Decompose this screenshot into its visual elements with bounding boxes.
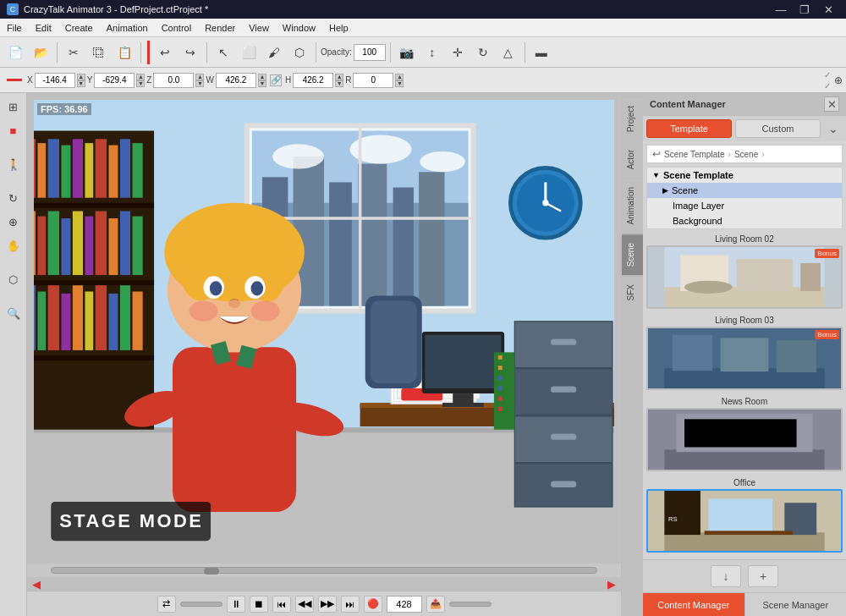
h-up[interactable]: ▲ [335,74,343,80]
z-input[interactable] [153,73,194,88]
cm-item-img-office[interactable]: RS [646,489,843,553]
cm-item-living-room-03[interactable]: Living Room 03 Bonus [646,314,843,390]
opacity-input[interactable] [354,44,386,61]
menu-window[interactable]: Window [276,20,322,36]
frame-counter[interactable] [387,596,422,613]
menu-control[interactable]: Control [155,20,198,36]
tree-item-scene-template[interactable]: ▼ Scene Template [647,168,842,183]
undo-btn[interactable]: ↩ [153,41,177,64]
tree-item-image-layer[interactable]: Image Layer [647,198,842,213]
move3d-btn[interactable]: ↕ [420,41,444,64]
tab-template[interactable]: Template [646,119,732,138]
loop-btn[interactable]: ⇄ [157,596,176,613]
cm-item-img-living03[interactable]: Bonus [646,327,843,390]
x-down[interactable]: ▼ [77,80,85,87]
scale-btn[interactable]: △ [497,41,520,64]
open-btn[interactable]: 📂 [29,41,52,64]
cm-add-btn[interactable]: + [748,565,778,587]
next-frame-btn[interactable]: ⏭ [341,596,360,613]
transform-btn[interactable]: ✛ [446,41,470,64]
x-up[interactable]: ▲ [77,74,85,80]
stop-btn[interactable]: ⏹ [250,596,268,613]
copy-btn[interactable]: ⿻ [87,41,111,64]
w-spinners[interactable]: ▲▼ [258,74,266,87]
vtab-actor[interactable]: Actor [622,140,643,178]
rotate-btn[interactable]: ↻ [471,41,495,64]
bottom-tab-content-manager[interactable]: Content Manager [643,593,745,616]
cm-item-office[interactable]: Office RS [646,476,843,553]
extra-btn[interactable]: ▬ [530,41,553,64]
tool-select[interactable]: ⊞ [3,96,24,117]
bc-scene[interactable]: Scene [734,150,758,159]
y-spinners[interactable]: ▲▼ [136,74,145,87]
window-controls[interactable]: — ❐ ✕ [770,0,839,19]
export-btn[interactable]: 📤 [426,596,445,613]
tool-anchor[interactable]: ⊕ [3,212,24,232]
cm-item-img-living02[interactable]: Bonus [646,245,843,309]
vtab-project[interactable]: Project [622,96,643,140]
record-btn[interactable]: 🔴 [364,596,382,613]
move-btn[interactable]: ⬜ [237,41,261,64]
lock-aspect-btn[interactable]: 🔗 [270,74,282,86]
volume-slider[interactable] [449,602,492,607]
vtab-scene[interactable]: Scene [622,234,643,275]
cut-btn[interactable]: ✂ [62,41,85,64]
menu-file[interactable]: File [0,20,29,36]
menu-animation[interactable]: Animation [100,20,155,36]
menu-edit[interactable]: Edit [29,20,58,36]
tree-item-scene[interactable]: ▶ Scene [647,183,842,198]
h-spinners[interactable]: ▲▼ [335,74,343,87]
prev-frame-btn[interactable]: ⏮ [272,596,291,613]
tab-custom[interactable]: Custom [735,119,821,138]
timeline-scrollthumb[interactable] [204,568,219,575]
tool-hand[interactable]: ✋ [3,235,24,256]
y-down[interactable]: ▼ [136,80,145,87]
close-button[interactable]: ✕ [817,0,839,19]
w-up[interactable]: ▲ [258,74,266,80]
cm-item-img-newsroom[interactable] [646,408,843,471]
cm-options-btn[interactable]: ⌄ [824,119,843,138]
x-input[interactable] [35,73,75,88]
anchor-btn[interactable]: ⊕ [834,74,843,86]
cm-item-news-room[interactable]: News Room [646,395,843,471]
tool-rotate[interactable]: ↻ [3,188,24,208]
select-btn[interactable]: ↖ [212,41,235,64]
cm-close-btn[interactable]: ✕ [824,96,839,112]
minimize-button[interactable]: — [770,0,792,19]
bc-root[interactable]: Scene Template [664,150,725,159]
cm-download-btn[interactable]: ↓ [711,565,741,587]
r-spinners[interactable]: ▲▼ [395,74,404,87]
speed-slider[interactable] [180,602,222,607]
h-input[interactable] [293,73,333,88]
pause-btn[interactable]: ⏸ [227,596,245,613]
w-input[interactable] [216,73,256,88]
maximize-button[interactable]: ❐ [794,0,816,19]
z-down[interactable]: ▼ [195,80,204,87]
check-up[interactable]: ✓ [824,70,831,80]
forward-btn[interactable]: ▶▶ [318,596,337,613]
paste-btn[interactable]: 📋 [113,41,136,64]
vtab-animation[interactable]: Animation [622,178,643,233]
z-spinners[interactable]: ▲▼ [195,74,204,87]
menu-help[interactable]: Help [322,20,355,36]
tool-body[interactable]: ⬡ [3,269,24,289]
tree-item-background[interactable]: Background [647,213,842,228]
menu-view[interactable]: View [242,20,276,36]
canvas-viewport[interactable]: FPS: 36.96 [34,100,614,564]
timeline-scroll[interactable] [27,564,621,577]
y-up[interactable]: ▲ [136,74,145,80]
tool-person[interactable]: 🚶 [3,154,24,174]
x-spinners[interactable]: ▲▼ [77,74,85,87]
r-input[interactable] [353,73,393,88]
w-down[interactable]: ▼ [258,80,266,87]
camera-btn[interactable]: 📷 [395,41,419,64]
h-down[interactable]: ▼ [335,80,343,87]
bc-back-btn[interactable]: ↩ [652,148,661,160]
menu-create[interactable]: Create [58,20,100,36]
paint-btn[interactable]: 🖌 [262,41,286,64]
y-input[interactable] [94,73,135,88]
r-up[interactable]: ▲ [395,74,404,80]
z-up[interactable]: ▲ [195,74,204,80]
check-down[interactable]: ✓ [824,81,831,91]
bottom-tab-scene-manager[interactable]: Scene Manager [745,593,847,616]
